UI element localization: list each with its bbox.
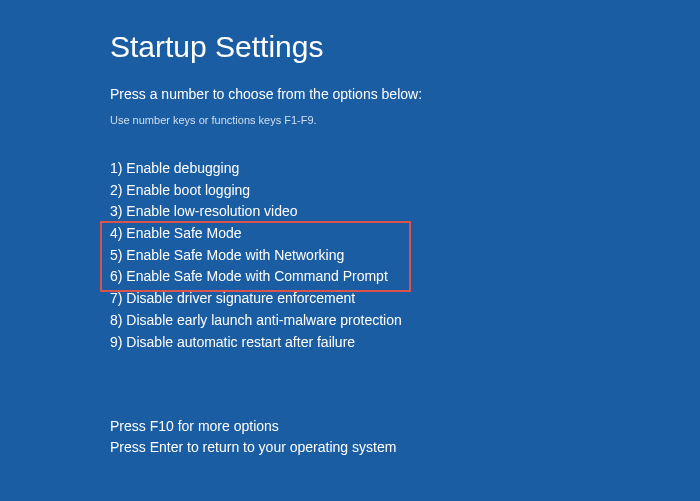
option-8[interactable]: 8) Disable early launch anti-malware pro… [110, 310, 590, 332]
option-3[interactable]: 3) Enable low-resolution video [110, 201, 590, 223]
subtitle: Press a number to choose from the option… [110, 86, 590, 102]
hint-text: Use number keys or functions keys F1-F9. [110, 114, 590, 126]
option-4[interactable]: 4) Enable Safe Mode [110, 223, 590, 245]
footer: Press F10 for more options Press Enter t… [110, 416, 396, 459]
more-options-text: Press F10 for more options [110, 416, 396, 438]
option-7[interactable]: 7) Disable driver signature enforcement [110, 288, 590, 310]
return-text: Press Enter to return to your operating … [110, 437, 396, 459]
option-6[interactable]: 6) Enable Safe Mode with Command Prompt [110, 266, 590, 288]
page-title: Startup Settings [110, 30, 590, 64]
option-1[interactable]: 1) Enable debugging [110, 158, 590, 180]
option-5[interactable]: 5) Enable Safe Mode with Networking [110, 245, 590, 267]
options-list: 1) Enable debugging 2) Enable boot loggi… [110, 158, 590, 353]
option-2[interactable]: 2) Enable boot logging [110, 180, 590, 202]
option-9[interactable]: 9) Disable automatic restart after failu… [110, 332, 590, 354]
